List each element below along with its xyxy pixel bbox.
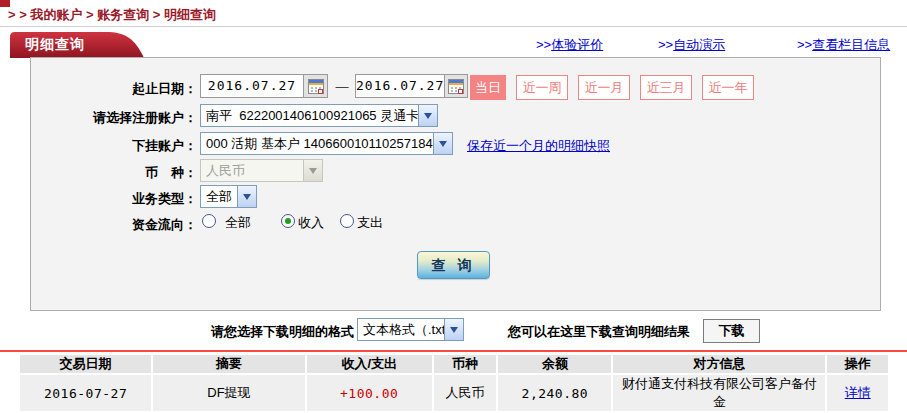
register-account-label: 请选择注册账户： bbox=[20, 109, 197, 127]
date-range-separator: — bbox=[331, 79, 353, 94]
table-top-divider bbox=[0, 350, 907, 352]
flow-radio-expense[interactable] bbox=[340, 214, 354, 228]
sub-account-select[interactable]: 000 活期 基本户 1406600101102571848 bbox=[200, 132, 453, 155]
detail-link[interactable]: 详情 bbox=[845, 385, 871, 400]
breadcrumb-separator: > bbox=[82, 7, 97, 22]
save-snapshot-link[interactable]: 保存近一个月的明细快照 bbox=[467, 137, 610, 155]
cell-counterparty: 财付通支付科技有限公司客户备付金 bbox=[613, 375, 825, 411]
header-divider bbox=[0, 26, 907, 27]
download-format-select[interactable]: 文本格式（.txt） bbox=[357, 318, 464, 341]
col-header-balance: 余额 bbox=[498, 355, 611, 373]
currency-label: 币 种： bbox=[20, 164, 197, 182]
breadcrumb-separator: > bbox=[149, 7, 164, 22]
link-view-column-info[interactable]: >>查看栏目信息 bbox=[797, 36, 890, 54]
link-auto-demo[interactable]: >>自动演示 bbox=[658, 36, 725, 54]
quick-range-month-button[interactable]: 近一月 bbox=[578, 75, 630, 100]
chevron-down-icon[interactable] bbox=[444, 319, 463, 340]
end-date-value[interactable]: 2016.07.27 bbox=[356, 75, 444, 97]
col-header-date: 交易日期 bbox=[20, 355, 151, 373]
transactions-table: 交易日期 摘要 收入/支出 币种 余额 对方信息 操作 2016-07-27 D… bbox=[18, 353, 890, 413]
quick-range-year-button[interactable]: 近一年 bbox=[702, 75, 754, 100]
flow-radio-income[interactable] bbox=[281, 214, 295, 228]
chevron-down-icon[interactable] bbox=[433, 133, 452, 154]
start-date-value[interactable]: 2016.07.27 bbox=[201, 75, 303, 97]
tab-label: 明细查询 bbox=[25, 36, 85, 54]
chevron-down-icon[interactable] bbox=[418, 105, 437, 126]
start-date-input[interactable]: 2016.07.27 bbox=[200, 74, 328, 98]
cell-currency: 人民币 bbox=[434, 375, 497, 411]
cell-amount: +100.00 bbox=[307, 375, 432, 411]
query-button[interactable]: 查 询 bbox=[417, 251, 490, 279]
business-type-value: 全部 bbox=[201, 186, 237, 207]
table-header-row: 交易日期 摘要 收入/支出 币种 余额 对方信息 操作 bbox=[20, 355, 888, 373]
business-type-label: 业务类型： bbox=[20, 190, 197, 208]
cell-balance: 2,240.80 bbox=[498, 375, 611, 411]
flow-radio-all[interactable] bbox=[202, 214, 216, 228]
cell-summary: DF提现 bbox=[153, 375, 304, 411]
col-header-currency: 币种 bbox=[434, 355, 497, 373]
breadcrumb: > > 我的账户 > 账务查询 > 明细查询 bbox=[8, 6, 216, 24]
download-button[interactable]: 下载 bbox=[703, 319, 760, 343]
end-date-calendar-button[interactable] bbox=[444, 75, 467, 97]
breadcrumb-detail-query[interactable]: 明细查询 bbox=[164, 7, 216, 22]
sub-account-value: 000 活期 基本户 1406600101102571848 bbox=[201, 133, 433, 154]
link-experience-rating[interactable]: >>体验评价 bbox=[536, 36, 603, 54]
page-root: > > 我的账户 > 账务查询 > 明细查询 明细查询 >>体验评价 >>自动演… bbox=[0, 0, 907, 413]
cell-date: 2016-07-27 bbox=[20, 375, 151, 411]
download-hint: 您可以在这里下载查询明细结果 bbox=[508, 323, 690, 341]
col-header-counterparty: 对方信息 bbox=[613, 355, 825, 373]
breadcrumb-account-query[interactable]: 账务查询 bbox=[97, 7, 149, 22]
table-row: 2016-07-27 DF提现 +100.00 人民币 2,240.80 财付通… bbox=[20, 375, 888, 411]
calendar-icon bbox=[448, 79, 464, 94]
sub-account-label: 下挂账户： bbox=[20, 137, 197, 155]
flow-radio-expense-label[interactable]: 支出 bbox=[357, 214, 383, 232]
calendar-icon bbox=[308, 79, 324, 94]
quick-range-week-button[interactable]: 近一周 bbox=[516, 75, 568, 100]
download-format-label: 请您选择下载明细的格式 bbox=[154, 323, 354, 341]
currency-value: 人民币 bbox=[201, 160, 303, 181]
breadcrumb-my-account[interactable]: 我的账户 bbox=[30, 7, 82, 22]
currency-select: 人民币 bbox=[200, 159, 323, 182]
end-date-input[interactable]: 2016.07.27 bbox=[355, 74, 468, 98]
col-header-summary: 摘要 bbox=[153, 355, 304, 373]
download-format-value: 文本格式（.txt） bbox=[358, 319, 444, 340]
quick-range-today-button[interactable]: 当日 bbox=[470, 75, 506, 100]
chevron-down-icon[interactable] bbox=[237, 186, 256, 207]
flow-radio-all-label[interactable]: 全部 bbox=[225, 214, 251, 232]
col-header-action: 操作 bbox=[827, 355, 888, 373]
chevron-down-icon bbox=[303, 160, 322, 181]
breadcrumb-arrows: > > bbox=[8, 7, 30, 22]
start-date-calendar-button[interactable] bbox=[303, 75, 327, 97]
quick-range-3months-button[interactable]: 近三月 bbox=[640, 75, 692, 100]
register-account-select[interactable]: 南平 6222001406100921065 灵通卡 bbox=[200, 104, 438, 127]
fund-flow-label: 资金流向： bbox=[20, 216, 197, 234]
date-range-label: 起止日期： bbox=[20, 80, 197, 98]
col-header-amount: 收入/支出 bbox=[307, 355, 432, 373]
flow-radio-income-label[interactable]: 收入 bbox=[298, 214, 324, 232]
register-account-value: 南平 6222001406100921065 灵通卡 bbox=[201, 105, 418, 126]
business-type-select[interactable]: 全部 bbox=[200, 185, 257, 208]
tab-detail-query[interactable]: 明细查询 bbox=[10, 32, 160, 58]
